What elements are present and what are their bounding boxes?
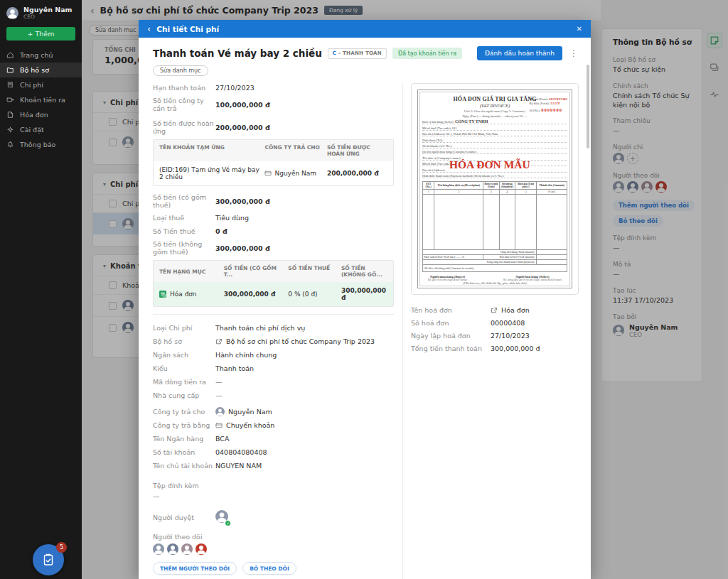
external-link-icon [215, 338, 223, 345]
field-label: Nhà cung cấp [153, 391, 215, 399]
expense-detail-modal: ‹ Chi tiết Chi phí ✕ Thanh toán Vé máy b… [139, 20, 591, 579]
sidebar-item-label: Bộ hồ sơ [20, 66, 49, 74]
item-tax: 0 % (0 đ) [288, 291, 338, 298]
user-profile[interactable]: Nguyên Nam CEO [0, 0, 82, 24]
field-value: — [215, 391, 223, 399]
field-label: Kiểu [153, 364, 215, 372]
avatar [181, 543, 193, 555]
invoice-doc-signatures: Người mua hàng (Buyer)Ký, ghi rõ họ tên … [422, 272, 567, 281]
column-header: SỐ TIỀN (CÓ GỒM T... [224, 265, 286, 278]
invoice-doc-table: STT (No.) Tên hàng hóa, dịch vụ (Descrip… [422, 181, 567, 265]
column-header: CÔNG TY TRẢ CHO [264, 144, 323, 157]
sidebar-item-notifications[interactable]: Thông báo [0, 137, 82, 152]
attachments-value: — [153, 492, 394, 500]
sidebar-item-label: Cài đặt [20, 126, 44, 134]
invoice-doc-line: Ngày (Date)......tháng (month)......năm … [422, 114, 567, 118]
invoice-doc-icon [159, 291, 166, 298]
field-value: 100,000,000 đ [215, 101, 270, 109]
field-label: Hạn thanh toán [153, 84, 215, 92]
modal-body: Thanh toán Vé máy bay 2 chiều C - THANH … [139, 38, 591, 579]
modal-title: Chi tiết Chi phí [156, 25, 219, 33]
advance-payee: Nguyễn Nam [274, 170, 316, 177]
sidebar-item-label: Chi phí [20, 81, 43, 89]
clipboard-check-icon [41, 553, 55, 567]
modal-more-menu-icon[interactable]: ⋮ [568, 48, 579, 58]
table-row[interactable]: (EID:169) Tạm ứng Vé máy bay 2 chiều Ngu… [154, 161, 393, 185]
sample-invoice-watermark: HÓA ĐƠN MẪU [449, 158, 530, 171]
field-value: 00000408 [491, 319, 525, 327]
column-header: TÊN KHOẢN TẠM ỨNG [159, 144, 262, 157]
money-out-icon [6, 96, 14, 104]
sidebar-item-invoices[interactable]: Hóa đơn [0, 107, 82, 122]
field-value: Hành chính chung [215, 351, 277, 359]
modal-header: ‹ Chi tiết Chi phí ✕ [139, 20, 591, 38]
field-value: BCA [215, 435, 229, 443]
field-label: Số tiền được hoàn ứng [153, 119, 215, 135]
user-role: CEO [23, 13, 72, 20]
field-value: 040804080408 [215, 448, 267, 456]
sidebar-item-money-out[interactable]: Khoản tiền ra [0, 92, 82, 107]
invoice-doc-line: Mã số thuế (Tax code): 031 [422, 126, 567, 131]
modal-scrollbar[interactable] [587, 65, 589, 148]
field-label: Số tiền công ty cần trả [153, 97, 215, 112]
attachments-label: Tệp đính kèm [153, 482, 394, 489]
edit-category-button[interactable]: Sửa danh mục [153, 65, 208, 76]
field-value: 27/10/2023 [215, 84, 255, 92]
add-button[interactable]: + Thêm [6, 27, 75, 40]
receipt-icon [6, 81, 14, 89]
sidebar-item-label: Khoản tiền ra [20, 96, 65, 104]
money-out-created-badge: Đã tạo khoản tiền ra [392, 48, 462, 59]
field-value: Tiêu dùng [215, 214, 249, 222]
invoice-sample-image: HÓA ĐƠN GIÁ TRỊ GIA TĂNG (VAT INVOICE) M… [417, 90, 572, 288]
invoice-doc-footer: (Cần kiểm tra, đối chiếu khi lập, giao, … [418, 281, 572, 285]
field-label: Tên hoá đơn [411, 306, 491, 314]
field-label: Số Tiền thuế [153, 227, 215, 235]
expense-fields-column: Hạn thanh toán27/10/2023 Số tiền công ty… [153, 83, 403, 579]
gear-icon [6, 126, 14, 134]
invoice-doc-line: Số tiền viết bằng chữ (Amount in words): [422, 265, 567, 272]
field-label: Công ty trả cho [153, 408, 215, 416]
field-value: 300,000,000 đ [215, 197, 270, 205]
expense-title: Thanh toán Vé máy bay 2 chiều [153, 48, 322, 59]
invoice-icon [6, 111, 14, 119]
invoice-image-frame[interactable]: HÓA ĐƠN GIÁ TRỊ GIA TĂNG (VAT INVOICE) M… [411, 83, 579, 295]
record-link[interactable]: Bộ hồ sơ chi phí tổ chức Company Trip 20… [215, 337, 375, 345]
invoice-column: HÓA ĐƠN GIÁ TRỊ GIA TĂNG (VAT INVOICE) M… [403, 83, 582, 357]
expense-type-badge: C - THANH TOÁN [328, 48, 387, 59]
approved-check-icon: ✓ [225, 520, 231, 526]
app-root: ‹ Bộ hồ sơ chi phí tổ chức Company Trip … [0, 0, 728, 579]
sidebar-item-home[interactable]: Trang chủ [0, 48, 82, 63]
modal-back-icon[interactable]: ‹ [147, 23, 151, 34]
unfollow-button[interactable]: BỎ THEO DÕI [242, 562, 296, 575]
field-value: 27/10/2023 [491, 332, 530, 340]
field-label: Số hoá đơn [411, 319, 491, 327]
field-label: Bộ hồ sơ [153, 337, 215, 345]
invoice-doc-line: Địa chỉ (Address): Số 1, Thành Phố Hồ Ch… [422, 132, 567, 136]
sidebar-item-expenses[interactable]: Chi phí [0, 77, 82, 92]
item-amount-incl: 300,000,000 đ [224, 291, 286, 298]
advance-amount: 200,000,000 đ [327, 170, 387, 177]
field-value: NGUYEN NAM [215, 462, 262, 470]
add-follower-button[interactable]: THÊM NGƯỜI THEO DÕI [153, 562, 237, 575]
mark-complete-button[interactable]: Đánh dấu hoàn thành [477, 46, 562, 60]
field-label: Loại Chi phí [153, 324, 215, 332]
app-sidebar: Nguyên Nam CEO + Thêm Trang chủ Bộ hồ sơ… [0, 0, 82, 579]
items-table: TÊN HẠNG MỤC SỐ TIỀN (CÓ GỒM T... SỐ TIỀ… [153, 260, 394, 307]
invoice-doc-line: Đơn vị bán hàng (Seller): CÔNG TY TNHH [422, 119, 567, 124]
close-icon[interactable]: ✕ [577, 25, 582, 33]
payer-value: Nguyễn Nam [215, 407, 272, 416]
sidebar-item-label: Thông báo [20, 141, 55, 148]
sidebar-item-records[interactable]: Bộ hồ sơ [0, 63, 82, 77]
user-name: Nguyên Nam [23, 6, 72, 13]
tasks-fab-button[interactable]: 5 [33, 544, 64, 575]
followers-label: Người theo dõi [153, 533, 394, 541]
avatar [167, 543, 178, 555]
field-label: Ngày lập hoá đơn [411, 332, 491, 340]
table-row[interactable]: Hóa đơn 300,000,000 đ 0 % (0 đ) 300,000,… [154, 282, 393, 306]
invoice-link[interactable]: Hóa đơn [491, 306, 530, 314]
item-name: Hóa đơn [170, 291, 197, 298]
field-label: Mã dòng tiền ra [153, 378, 215, 386]
sidebar-item-label: Hóa đơn [20, 111, 48, 119]
sidebar-item-settings[interactable]: Cài đặt [0, 122, 82, 137]
bell-icon [6, 141, 14, 148]
